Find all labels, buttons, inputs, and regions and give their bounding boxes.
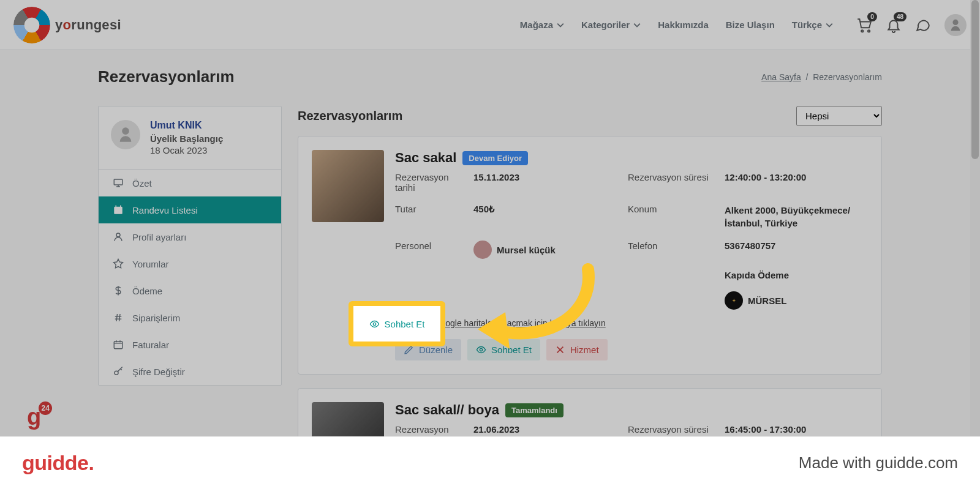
notifications-badge: 48: [894, 12, 907, 21]
reservation-title: Sac sakal: [395, 150, 456, 166]
header: yorungesi Mağaza Kategoriler Hakkımızda …: [0, 0, 980, 50]
chat-button[interactable]: [915, 17, 931, 33]
business-avatar: ✦: [725, 291, 743, 310]
staff-label: Personel: [395, 241, 462, 259]
svg-rect-2: [114, 179, 123, 185]
eye-icon: [369, 319, 380, 329]
monitor-icon: [113, 177, 124, 189]
sidebar-item-label: Siparişlerim: [132, 313, 180, 323]
svg-rect-5: [120, 206, 121, 207]
chat-button-highlighted[interactable]: Sohbet Et: [361, 313, 434, 335]
amount-label: Tutar: [395, 204, 462, 230]
sidebar-item-label: Randevu Listesi: [132, 205, 198, 215]
sidebar-item-label: Yorumlar: [132, 259, 168, 269]
cart-button[interactable]: 0: [856, 17, 872, 33]
sidebar-item-sifre-degistir[interactable]: Şifre Değiştir: [99, 358, 281, 385]
svg-rect-4: [116, 206, 117, 207]
guidde-footer: guidde. Made with guidde.com: [0, 436, 980, 489]
reservation-thumbnail: [312, 150, 384, 222]
staff-avatar: [473, 241, 492, 259]
sidebar-item-ozet[interactable]: Özet: [99, 170, 281, 196]
hash-icon: [113, 312, 124, 323]
calendar-icon: [113, 204, 124, 215]
page-head: Rezervasyonlarım Ana Sayfa / Rezervasyon…: [98, 67, 882, 86]
duration-label: Rezervasyon süresi: [628, 172, 714, 193]
sidebar-item-siparislerim[interactable]: Siparişlerim: [99, 304, 281, 331]
guidde-tagline: Made with guidde.com: [799, 454, 958, 472]
staff-value: Mursel küçük: [473, 241, 617, 259]
nav-contact[interactable]: Bize Ulaşın: [726, 20, 775, 30]
sidebar-menu: Özet Randevu Listesi Profil ayarları Yor…: [99, 170, 281, 385]
sidebar-item-label: Özet: [132, 178, 152, 189]
notifications-button[interactable]: 48: [886, 17, 902, 33]
svg-rect-3: [114, 207, 123, 214]
business-value: ✦ MÜRSEL: [725, 291, 868, 310]
sidebar-item-label: Faturalar: [132, 340, 169, 350]
location-label: Konum: [628, 204, 714, 230]
sidebar-item-profil-ayarlari[interactable]: Profil ayarları: [99, 223, 281, 250]
page-title: Rezervasyonlarım: [98, 67, 235, 86]
sidebar-membership-date: 18 Ocak 2023: [150, 145, 223, 155]
sidebar-item-yorumlar[interactable]: Yorumlar: [99, 250, 281, 277]
header-icons: 0 48: [856, 14, 967, 36]
status-badge: Tamamlandı: [505, 403, 564, 417]
phone-label: Telefon: [628, 241, 714, 259]
amount-value: 450₺: [473, 204, 617, 230]
status-badge: Devam Ediyor: [462, 151, 528, 165]
guidde-corner-badge: g 24: [27, 404, 41, 430]
date-label: Rezervasyon tarihi: [395, 172, 462, 193]
sidebar-membership-label: Üyelik Başlangıç: [150, 133, 223, 144]
logo-swirl-icon: [13, 7, 50, 43]
guidde-corner-count: 24: [39, 401, 52, 415]
sidebar-item-faturalar[interactable]: Faturalar: [99, 331, 281, 358]
sidebar: Umut KNIK Üyelik Başlangıç 18 Ocak 2023 …: [98, 106, 282, 386]
svg-point-0: [861, 30, 863, 32]
chevron-down-icon: [557, 21, 564, 29]
chat-icon: [915, 17, 931, 33]
breadcrumb-home[interactable]: Ana Sayfa: [761, 72, 801, 82]
duration-value: 12:40:00 - 13:20:00: [725, 172, 868, 193]
breadcrumb: Ana Sayfa / Rezervasyonlarım: [761, 72, 882, 82]
svg-point-1: [868, 30, 870, 32]
nav-store[interactable]: Mağaza: [520, 20, 564, 30]
brand-logo[interactable]: yorungesi: [13, 7, 121, 43]
cart-badge: 0: [867, 12, 877, 21]
nav-categories[interactable]: Kategoriler: [581, 20, 641, 30]
staff-name: Mursel küçük: [497, 245, 556, 255]
scrollbar-thumb[interactable]: [971, 0, 979, 159]
guidde-logo: guidde.: [22, 451, 94, 475]
chat-button-label: Sohbet Et: [385, 319, 425, 329]
scrollbar[interactable]: [970, 0, 980, 436]
filter-select[interactable]: Hepsi: [796, 106, 882, 126]
nav-about[interactable]: Hakkımızda: [658, 20, 709, 30]
calendar-icon: [113, 339, 124, 350]
star-icon: [113, 258, 124, 269]
breadcrumb-current: Rezervasyonlarım: [813, 72, 882, 82]
content-head: Rezervasyonlarım Hepsi: [298, 106, 882, 126]
location-value: Alkent 2000, Büyükçekmece/İstanbul, Türk…: [725, 204, 868, 230]
payment-method: Kapıda Ödeme: [725, 270, 868, 280]
key-icon: [113, 366, 124, 377]
chevron-down-icon: [633, 21, 641, 29]
sidebar-item-odeme[interactable]: Ödeme: [99, 277, 281, 304]
user-icon: [113, 231, 124, 242]
sidebar-avatar: [111, 120, 140, 149]
svg-point-10: [373, 323, 375, 325]
guidde-highlight-frame: Sohbet Et: [349, 301, 445, 346]
dollar-icon: [113, 285, 124, 296]
sidebar-item-label: Şifre Değiştir: [132, 367, 185, 377]
content-heading: Rezervasyonlarım: [298, 109, 402, 123]
user-icon: [949, 18, 962, 32]
date-value: 15.11.2023: [473, 172, 617, 193]
phone-value: 5367480757: [725, 241, 868, 259]
sidebar-item-label: Profil ayarları: [132, 232, 186, 242]
sidebar-profile: Umut KNIK Üyelik Başlangıç 18 Ocak 2023: [99, 106, 281, 170]
top-nav: Mağaza Kategoriler Hakkımızda Bize Ulaşı…: [520, 20, 833, 30]
sidebar-item-randevu-listesi[interactable]: Randevu Listesi: [99, 196, 281, 223]
guidde-g-icon: g 24: [27, 404, 41, 430]
user-avatar-button[interactable]: [944, 14, 967, 36]
svg-point-6: [116, 233, 120, 237]
chevron-down-icon: [826, 21, 833, 29]
nav-language[interactable]: Türkçe: [792, 20, 833, 30]
breadcrumb-sep: /: [806, 72, 809, 82]
